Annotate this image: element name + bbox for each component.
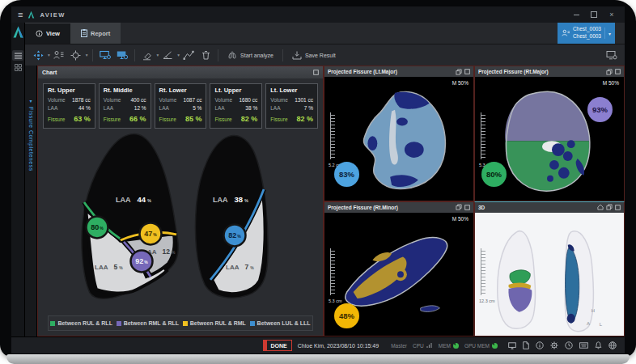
copy-view-icon[interactable] bbox=[456, 204, 462, 210]
collapsed-panel-strip[interactable]: ▾ Fissure Completeness bbox=[25, 66, 37, 336]
viewport-header: Projected Fissure (Rt.Minor) bbox=[324, 202, 473, 213]
display-settings-button[interactable] bbox=[114, 47, 130, 63]
file-icon[interactable] bbox=[523, 341, 529, 349]
fissure-score-badge-upper: 93% bbox=[587, 97, 613, 122]
aview-logo-icon bbox=[28, 11, 35, 19]
delete-tool-button[interactable] bbox=[197, 47, 214, 63]
maximize-view-icon[interactable] bbox=[615, 205, 621, 210]
magnification-label: M 50% bbox=[603, 80, 619, 86]
stat-card-lt-lower: Lt. Lower Volume1301 cc LAA7 % Fissure82… bbox=[265, 83, 318, 129]
pan-dropdown-caret[interactable]: ▾ bbox=[48, 53, 50, 57]
viewport-3d[interactable]: 3D bbox=[474, 201, 625, 337]
card-title: Lt. Lower bbox=[270, 87, 313, 94]
badge-lul-lll: 82% bbox=[224, 225, 246, 247]
scale-value: 5.3 cm bbox=[329, 298, 342, 303]
viewport-header: Projected Fissure (Rt.Major) bbox=[475, 66, 624, 77]
orientation-a-label: A bbox=[587, 321, 590, 326]
menu-icon[interactable]: ≡ bbox=[18, 11, 23, 19]
list-icon bbox=[15, 53, 22, 59]
fissure-score-badge: 48% bbox=[334, 303, 359, 328]
layout-list-button[interactable] bbox=[12, 50, 23, 61]
viewport-lt-major[interactable]: Projected Fissure (Lt.Major) bbox=[324, 66, 474, 201]
report-tab-icon bbox=[81, 29, 87, 37]
tab-view-label: View bbox=[46, 30, 60, 37]
mem-indicator: MEM bbox=[439, 343, 459, 349]
toolbar: ▾ ▾ bbox=[25, 44, 625, 66]
tab-report-label: Report bbox=[91, 30, 110, 37]
trash-icon bbox=[201, 50, 210, 60]
badge-rml-rll: 92% bbox=[131, 251, 153, 273]
home-view-icon[interactable] bbox=[597, 204, 604, 210]
legend-item-rul-rll: Between RUL & RLL bbox=[50, 320, 112, 326]
start-analyze-button[interactable]: Start analyze bbox=[223, 47, 278, 63]
chevron-down-icon: ▾ bbox=[29, 98, 32, 104]
close-button[interactable]: × bbox=[605, 9, 618, 20]
crosshair-tool-button[interactable] bbox=[68, 47, 84, 63]
scale-ruler bbox=[481, 248, 485, 295]
viewport-image[interactable]: M 50% 5.2 cm 83% bbox=[324, 77, 473, 201]
crosshair-dropdown-caret[interactable]: ▾ bbox=[86, 53, 88, 57]
copy-view-icon[interactable] bbox=[606, 204, 613, 210]
legend-color-purple bbox=[117, 321, 121, 326]
minimize-button[interactable] bbox=[570, 9, 583, 20]
crosshair-icon bbox=[70, 50, 81, 61]
device-base bbox=[6, 354, 630, 364]
orientation-h-label: H bbox=[591, 308, 595, 313]
maximize-view-icon[interactable] bbox=[464, 69, 470, 74]
layout-grid-button[interactable] bbox=[12, 62, 23, 73]
copy-view-icon[interactable] bbox=[456, 69, 462, 75]
viewport-title: Projected Fissure (Rt.Minor) bbox=[328, 205, 398, 210]
tab-view[interactable]: View bbox=[25, 23, 70, 44]
screen-config-icon bbox=[606, 50, 617, 60]
gpu-mem-indicator: GPU MEM bbox=[464, 343, 498, 349]
chart-panel-header: Chart bbox=[38, 66, 323, 78]
globe-icon[interactable] bbox=[608, 341, 617, 349]
tab-bar: View Report bbox=[25, 23, 625, 44]
viewport-image[interactable]: M 50% 5.3 cm 93% 80% bbox=[475, 77, 624, 201]
legend-color-blue bbox=[250, 321, 255, 326]
patient-selector[interactable]: Chest_0003 Chest_0003 ▾ bbox=[558, 23, 615, 44]
patient-study-label: Chest_0003 bbox=[573, 26, 601, 33]
measure-tool-button[interactable] bbox=[159, 47, 176, 63]
eraser-tool-button[interactable] bbox=[139, 47, 155, 63]
stat-card-rt-lower: Rt. Lower Volume1087 cc LAA5 % Fissure85… bbox=[155, 83, 207, 129]
measure-angle-icon bbox=[162, 50, 173, 60]
copy-view-icon[interactable] bbox=[606, 69, 613, 75]
badge-rul-rml: 47% bbox=[140, 223, 162, 245]
maximize-button[interactable] bbox=[587, 9, 600, 20]
layout-config-button[interactable] bbox=[604, 47, 620, 63]
keyboard-icon[interactable] bbox=[579, 342, 588, 349]
maximize-view-icon[interactable] bbox=[464, 205, 470, 210]
save-result-button[interactable]: Save Result bbox=[287, 47, 341, 63]
history-icon[interactable] bbox=[565, 341, 573, 349]
viewport-rt-major[interactable]: Projected Fissure (Rt.Major) bbox=[474, 66, 625, 201]
info-icon[interactable] bbox=[536, 341, 544, 349]
viewport-title: 3D bbox=[478, 205, 485, 210]
legend-color-green bbox=[50, 321, 55, 326]
chart-panel-body: Rt. Upper Volume1878 cc LAA44 % Fissure6… bbox=[38, 78, 323, 336]
app-title: AVIEW bbox=[40, 11, 66, 19]
lungs-icon bbox=[227, 51, 237, 60]
pan-tool-button[interactable] bbox=[30, 47, 46, 63]
viewport-image[interactable]: M 50% 5.3 cm 48% bbox=[324, 213, 473, 336]
app-window: ≡ AVIEW × bbox=[11, 6, 625, 353]
bell-icon[interactable] bbox=[595, 341, 602, 349]
viewport-title: Projected Fissure (Lt.Major) bbox=[328, 69, 397, 74]
user-session-info: Chloe Kim, 2023/08/10 10:15:49 bbox=[298, 343, 379, 349]
legend-item-lul-lll: Between LUL & LLL bbox=[250, 320, 311, 326]
layout-display-button[interactable] bbox=[97, 47, 113, 63]
viewport-image[interactable]: 12.3 cm H A L bbox=[475, 213, 624, 336]
viewport-rt-minor[interactable]: Projected Fissure (Rt.Minor) bbox=[324, 201, 474, 337]
maximize-view-icon[interactable] bbox=[615, 69, 621, 74]
chevron-down-icon[interactable]: ▾ bbox=[604, 28, 611, 39]
tab-report[interactable]: Report bbox=[70, 23, 121, 44]
measure-dropdown-caret[interactable]: ▾ bbox=[177, 53, 180, 57]
stat-card-rt-upper: Rt. Upper Volume1878 cc LAA44 % Fissure6… bbox=[43, 83, 95, 129]
legend-color-yellow bbox=[183, 321, 188, 326]
patient-info-button[interactable] bbox=[51, 47, 67, 63]
maximize-panel-icon[interactable] bbox=[313, 70, 319, 75]
eraser-dropdown-caret[interactable]: ▾ bbox=[157, 53, 159, 57]
polyline-tool-button[interactable] bbox=[180, 47, 197, 63]
gear-icon[interactable] bbox=[550, 341, 558, 349]
monitor-icon[interactable] bbox=[508, 342, 516, 349]
